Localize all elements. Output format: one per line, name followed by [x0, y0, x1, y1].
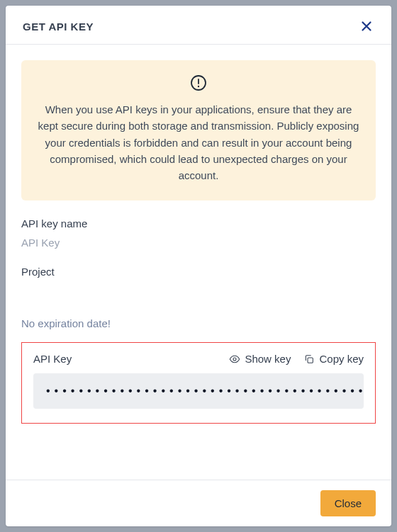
warning-banner: When you use API keys in your applicatio…	[21, 60, 376, 200]
project-group: Project	[21, 266, 376, 278]
modal-title: GET API KEY	[23, 21, 94, 33]
api-key-label: API Key	[33, 353, 72, 365]
api-key-actions: Show key Copy key	[229, 353, 364, 365]
expiration-text: No expiration date!	[21, 317, 376, 329]
show-key-button[interactable]: Show key	[229, 353, 291, 365]
copy-key-label: Copy key	[319, 353, 364, 365]
modal-footer: Close	[6, 480, 391, 526]
svg-point-3	[233, 358, 236, 361]
modal-header: GET API KEY	[6, 6, 391, 45]
api-key-name-value: API Key	[21, 237, 376, 249]
api-key-header: API Key Show key Copy	[33, 353, 364, 365]
close-button[interactable]: Close	[320, 490, 376, 516]
show-key-label: Show key	[245, 353, 291, 365]
copy-key-button[interactable]: Copy key	[303, 353, 364, 365]
modal-body: When you use API keys in your applicatio…	[6, 45, 391, 480]
eye-icon	[229, 353, 240, 365]
close-icon	[359, 18, 374, 34]
api-key-masked-value[interactable]: ••••••••••••••••••••••••••••••••••••••••…	[33, 373, 364, 409]
api-key-name-group: API key name API Key	[21, 217, 376, 249]
svg-point-2	[198, 86, 199, 87]
svg-rect-4	[308, 358, 313, 363]
project-label: Project	[21, 266, 376, 278]
warning-icon	[190, 74, 207, 91]
copy-icon	[303, 353, 315, 365]
api-key-name-label: API key name	[21, 217, 376, 230]
api-key-box: API Key Show key Copy	[21, 342, 376, 424]
close-icon-button[interactable]	[359, 18, 374, 34]
warning-text: When you use API keys in your applicatio…	[37, 101, 360, 183]
get-api-key-modal: GET API KEY When you use API keys in you…	[6, 6, 391, 526]
